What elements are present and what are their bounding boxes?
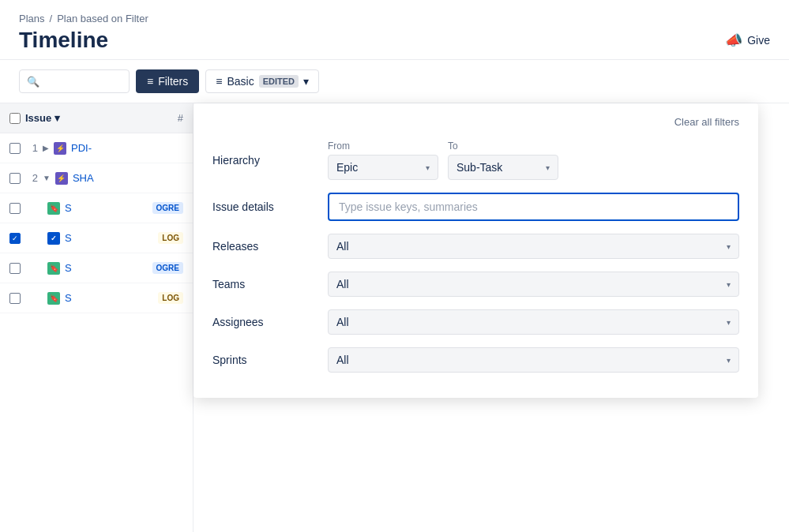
page-title-row: Timeline 📣 Give bbox=[19, 28, 770, 53]
table-row: 2 ▼ ⚡ SHA bbox=[0, 163, 193, 193]
chevron-down-icon: ▾ bbox=[727, 242, 731, 251]
basic-filter-button[interactable]: ≡ Basic EDITED ▾ bbox=[205, 69, 319, 93]
search-icon: 🔍 bbox=[27, 76, 39, 88]
table-row: 🔖 S LOG bbox=[0, 283, 193, 313]
breadcrumb-current: Plan based on Filter bbox=[57, 13, 148, 24]
sprints-value: All bbox=[336, 354, 349, 366]
releases-value: All bbox=[336, 240, 349, 253]
issue-details-wrap bbox=[328, 193, 739, 221]
sprints-label: Sprints bbox=[212, 354, 315, 366]
chevron-down-icon: ▾ bbox=[303, 75, 309, 88]
issue-type-icon: 🔖 bbox=[47, 262, 60, 275]
header: Plans / Plan based on Filter Timeline 📣 … bbox=[0, 0, 789, 60]
from-to-group: From Epic ▾ To Sub-Task ▾ bbox=[328, 140, 558, 180]
filters-button[interactable]: ≡ Filters bbox=[136, 69, 199, 93]
left-panel: Issue ▾ # 1 ▶ ⚡ PDI- 2 ▼ bbox=[0, 103, 193, 532]
issue-type-icon: 🔖 bbox=[47, 202, 60, 215]
expand-icon[interactable]: ▶ bbox=[43, 144, 49, 152]
row-checkbox[interactable] bbox=[9, 173, 21, 184]
select-all-checkbox[interactable] bbox=[9, 113, 21, 124]
issue-key[interactable]: SHA bbox=[73, 172, 94, 184]
assignees-filter-row: Assignees All ▾ bbox=[212, 309, 739, 335]
issue-type-icon: ⚡ bbox=[54, 142, 66, 155]
from-label: From bbox=[328, 140, 438, 152]
edited-badge: EDITED bbox=[259, 75, 299, 88]
filters-label: Filters bbox=[158, 75, 188, 88]
hierarchy-filter-row: Hierarchy From Epic ▾ To bbox=[212, 140, 739, 180]
assignees-value: All bbox=[336, 316, 349, 328]
releases-wrap: All ▾ bbox=[328, 234, 739, 259]
chevron-down-icon: ▾ bbox=[727, 280, 731, 289]
row-checkbox[interactable] bbox=[9, 143, 21, 154]
breadcrumb: Plans / Plan based on Filter bbox=[19, 13, 770, 24]
issue-key[interactable]: S bbox=[65, 292, 72, 304]
teams-dropdown[interactable]: All ▾ bbox=[328, 272, 739, 297]
from-dropdown[interactable]: Epic ▾ bbox=[328, 155, 438, 180]
to-label: To bbox=[448, 140, 558, 152]
issue-type-icon: 🔖 bbox=[47, 292, 60, 305]
basic-filter-icon: ≡ bbox=[216, 75, 222, 88]
from-value: Epic bbox=[336, 161, 358, 174]
page-title: Timeline bbox=[19, 28, 108, 53]
teams-value: All bbox=[336, 278, 349, 290]
chevron-down-icon: ▾ bbox=[727, 356, 731, 365]
page: Plans / Plan based on Filter Timeline 📣 … bbox=[0, 0, 789, 532]
main-content: Issue ▾ # 1 ▶ ⚡ PDI- 2 ▼ bbox=[0, 103, 789, 532]
row-checkbox[interactable] bbox=[9, 203, 21, 214]
issue-col-chevron: ▾ bbox=[54, 112, 60, 124]
row-number: 2 bbox=[25, 172, 38, 184]
table-row: ✓ ✓ S LOG bbox=[0, 223, 193, 253]
table-row: 🔖 S OGRE bbox=[0, 193, 193, 223]
teams-wrap: All ▾ bbox=[328, 272, 739, 297]
clear-all-filters[interactable]: Clear all filters bbox=[212, 116, 739, 128]
issue-key[interactable]: S bbox=[65, 232, 72, 244]
status-badge: OGRE bbox=[152, 202, 183, 214]
releases-filter-row: Releases All ▾ bbox=[212, 234, 739, 259]
status-badge: LOG bbox=[158, 292, 183, 304]
filter-panel: Clear all filters Hierarchy From Epic ▾ bbox=[193, 103, 758, 398]
sprints-wrap: All ▾ bbox=[328, 347, 739, 373]
issue-details-filter-row: Issue details bbox=[212, 193, 739, 221]
row-number: 1 bbox=[25, 142, 38, 154]
megaphone-icon: 📣 bbox=[725, 32, 742, 49]
issue-column-header[interactable]: Issue ▾ bbox=[25, 112, 60, 124]
to-value: Sub-Task bbox=[456, 161, 502, 174]
from-col: From Epic ▾ bbox=[328, 140, 438, 180]
table-header: Issue ▾ # bbox=[0, 103, 193, 133]
teams-label: Teams bbox=[212, 278, 315, 290]
breadcrumb-separator: / bbox=[50, 13, 53, 24]
releases-dropdown[interactable]: All ▾ bbox=[328, 234, 739, 259]
issue-type-icon: ✓ bbox=[47, 232, 60, 245]
table-row: 🔖 S OGRE bbox=[0, 253, 193, 283]
issue-details-label: Issue details bbox=[212, 200, 315, 213]
row-checkbox[interactable] bbox=[9, 263, 21, 274]
hash-col-header: # bbox=[178, 112, 183, 124]
issue-key[interactable]: S bbox=[65, 262, 72, 274]
issue-key[interactable]: S bbox=[65, 202, 72, 214]
issue-type-icon: ⚡ bbox=[55, 172, 68, 185]
chevron-down-icon: ▾ bbox=[546, 163, 550, 172]
expand-icon[interactable]: ▼ bbox=[43, 174, 51, 182]
filter-icon: ≡ bbox=[147, 75, 153, 88]
basic-label: Basic bbox=[227, 75, 254, 88]
feedback-label: Give bbox=[747, 34, 770, 47]
status-badge: OGRE bbox=[152, 262, 183, 274]
releases-label: Releases bbox=[212, 240, 315, 253]
assignees-dropdown[interactable]: All ▾ bbox=[328, 309, 739, 335]
assignees-label: Assignees bbox=[212, 316, 315, 328]
hierarchy-label: Hierarchy bbox=[212, 154, 315, 167]
status-badge: LOG bbox=[158, 232, 183, 244]
table-rows: 1 ▶ ⚡ PDI- 2 ▼ ⚡ SHA � bbox=[0, 133, 193, 313]
row-checkbox[interactable] bbox=[9, 293, 21, 304]
breadcrumb-plans[interactable]: Plans bbox=[19, 13, 45, 24]
to-dropdown[interactable]: Sub-Task ▾ bbox=[448, 155, 558, 180]
sprints-dropdown[interactable]: All ▾ bbox=[328, 347, 739, 373]
issue-key[interactable]: PDI- bbox=[71, 142, 92, 154]
chevron-down-icon: ▾ bbox=[727, 318, 731, 327]
teams-filter-row: Teams All ▾ bbox=[212, 272, 739, 297]
row-checkbox[interactable]: ✓ bbox=[9, 233, 21, 244]
issue-col-label: Issue bbox=[25, 112, 51, 124]
sprints-filter-row: Sprints All ▾ bbox=[212, 347, 739, 373]
feedback-button[interactable]: 📣 Give bbox=[725, 32, 770, 49]
issue-details-input[interactable] bbox=[328, 193, 739, 221]
